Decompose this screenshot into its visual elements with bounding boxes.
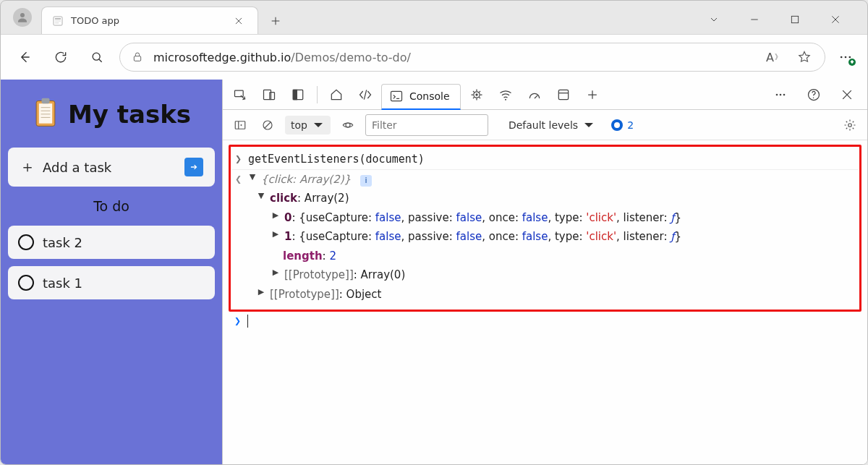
submit-task-button[interactable]: [184, 158, 203, 176]
inspect-element-button[interactable]: [227, 82, 253, 108]
help-button[interactable]: [801, 82, 827, 108]
svg-point-32: [813, 97, 814, 98]
task-name: task 1: [43, 276, 82, 291]
window-controls: [704, 9, 861, 34]
info-badge-icon: [611, 119, 623, 131]
tab-favicon-icon: [52, 15, 64, 27]
issues-button[interactable]: 2: [611, 119, 634, 131]
maximize-button[interactable]: [785, 9, 805, 30]
window-more-button[interactable]: [704, 9, 724, 30]
devtools-panel: Console top: [222, 80, 867, 464]
disclosure-triangle-icon[interactable]: ▶: [271, 267, 280, 279]
console-prompt[interactable]: ❯: [229, 312, 861, 330]
elements-tab[interactable]: [352, 82, 378, 108]
result-prototype[interactable]: ▶ [[Prototype]]: Array(0): [232, 265, 858, 285]
address-bar[interactable]: microsoftedge.github.io/Demos/demo-to-do…: [119, 43, 825, 72]
result-item[interactable]: ▶ 0: {useCapture: false, passive: false,…: [232, 208, 858, 228]
svg-point-8: [841, 56, 843, 59]
info-icon[interactable]: i: [360, 175, 372, 187]
disclosure-triangle-icon[interactable]: ▶: [271, 229, 280, 241]
svg-point-26: [505, 98, 506, 100]
svg-point-37: [848, 123, 852, 127]
close-devtools-button[interactable]: [834, 82, 860, 108]
svg-rect-27: [558, 90, 568, 99]
highlighted-region: ❯ getEventListeners(document) ❮ ▼ {click…: [229, 145, 861, 312]
task-item[interactable]: task 2: [8, 226, 215, 259]
context-selector[interactable]: top: [285, 116, 331, 135]
svg-rect-23: [391, 91, 402, 101]
svg-rect-7: [134, 56, 140, 61]
devtools-menu-button[interactable]: [767, 82, 793, 108]
result-prototype[interactable]: ▶ [[Prototype]]: Object: [232, 285, 858, 304]
console-result-summary[interactable]: ❮ ▼ {click: Array(2)} i: [232, 169, 858, 189]
plus-icon: ＋: [20, 159, 35, 175]
console-input-echo: ❯ getEventListeners(document): [232, 150, 858, 169]
disclosure-triangle-icon[interactable]: ▼: [257, 190, 265, 202]
svg-rect-5: [791, 16, 798, 22]
search-button[interactable]: [83, 43, 111, 71]
close-window-button[interactable]: [825, 9, 846, 30]
filter-input[interactable]: [365, 114, 488, 136]
clear-console-button[interactable]: [258, 115, 278, 135]
text-caret: [247, 315, 248, 328]
svg-point-6: [93, 53, 100, 60]
site-info-button[interactable]: [130, 50, 145, 64]
svg-rect-12: [39, 103, 52, 124]
svg-point-0: [20, 13, 25, 17]
dock-side-button[interactable]: [285, 82, 311, 108]
minimize-button[interactable]: [744, 9, 765, 30]
tab-close-button[interactable]: [229, 11, 249, 31]
welcome-tab[interactable]: [323, 82, 349, 108]
favorite-button[interactable]: [794, 47, 814, 67]
svg-rect-22: [293, 90, 297, 99]
disclosure-triangle-icon[interactable]: ▶: [271, 210, 280, 222]
log-levels-selector[interactable]: Default levels: [509, 119, 595, 132]
nav-bar: microsoftedge.github.io/Demos/demo-to-do…: [1, 35, 867, 80]
disclosure-triangle-icon[interactable]: ▼: [248, 171, 257, 184]
url-text: microsoftedge.github.io/Demos/demo-to-do…: [153, 51, 411, 64]
svg-rect-20: [270, 92, 275, 99]
svg-point-30: [783, 93, 786, 95]
read-aloud-button[interactable]: A》: [764, 47, 784, 67]
console-tab-label: Console: [409, 90, 450, 102]
result-click-header[interactable]: ▼ click: Array(2): [232, 189, 858, 208]
task-name: task 2: [43, 235, 82, 250]
context-value: top: [291, 119, 307, 131]
toggle-sidebar-button[interactable]: [230, 115, 250, 135]
refresh-button[interactable]: [47, 43, 75, 71]
sources-tab[interactable]: [464, 82, 490, 108]
issues-count: 2: [627, 119, 634, 131]
disclosure-triangle-icon[interactable]: ▶: [257, 286, 265, 299]
svg-point-9: [845, 56, 847, 59]
console-tab[interactable]: Console: [381, 84, 461, 110]
svg-point-25: [475, 93, 477, 95]
task-checkbox[interactable]: [18, 234, 34, 250]
application-tab[interactable]: [550, 82, 576, 108]
clipboard-icon: [32, 97, 59, 132]
browser-menu-button[interactable]: [834, 46, 857, 69]
device-emulation-button[interactable]: [256, 82, 282, 108]
devtools-tabstrip: Console: [223, 80, 867, 110]
input-chevron-icon: ❯: [235, 151, 244, 168]
console-settings-button[interactable]: [840, 115, 860, 135]
profile-button[interactable]: [7, 1, 38, 34]
avatar-icon: [13, 8, 32, 27]
live-expression-button[interactable]: [338, 115, 358, 135]
result-item[interactable]: ▶ 1: {useCapture: false, passive: false,…: [232, 227, 858, 247]
browser-tab[interactable]: TODO app: [41, 7, 258, 34]
svg-point-10: [849, 56, 851, 59]
performance-tab[interactable]: [522, 82, 548, 108]
task-item[interactable]: task 1: [8, 266, 215, 299]
new-tab-button[interactable]: [265, 11, 286, 31]
result-length: length: 2: [232, 247, 858, 266]
add-task-button[interactable]: ＋ Add a task: [8, 148, 215, 187]
task-checkbox[interactable]: [18, 275, 34, 291]
output-chevron-icon: ❮: [235, 171, 244, 188]
console-output[interactable]: ❯ getEventListeners(document) ❮ ▼ {click…: [223, 140, 867, 464]
svg-point-29: [780, 93, 782, 95]
page-title: My tasks: [68, 100, 191, 129]
more-tabs-button[interactable]: [579, 82, 605, 108]
network-tab[interactable]: [493, 82, 519, 108]
svg-rect-18: [235, 90, 244, 96]
back-button[interactable]: [11, 43, 38, 71]
